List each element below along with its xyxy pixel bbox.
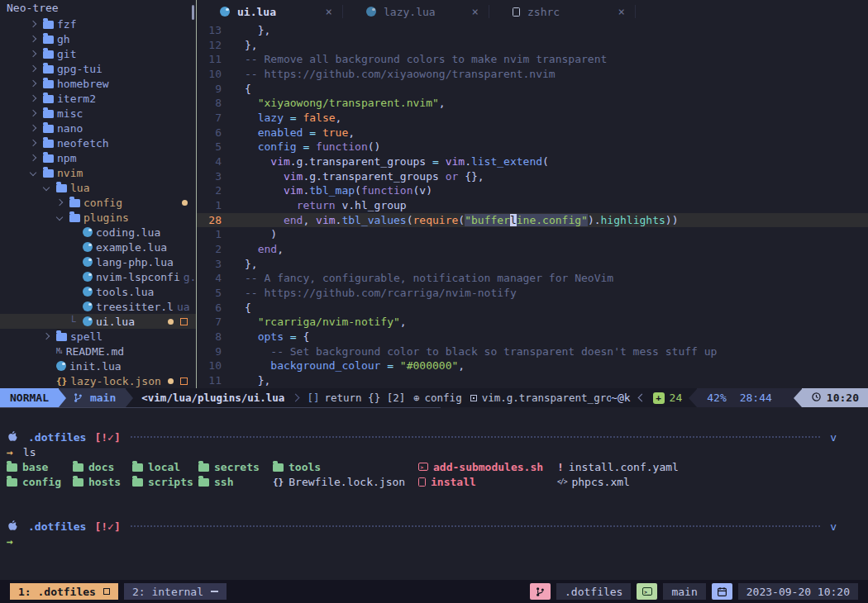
code-line[interactable]: 8 opts = { (197, 330, 868, 344)
code-line[interactable]: 10 background_colour = "#000000", (197, 358, 868, 373)
tab-lazy-lua[interactable]: lazy.lua × (343, 0, 489, 23)
tree-item-example-lua[interactable]: example.lua (0, 240, 196, 254)
code-line[interactable]: 2 end, (197, 242, 868, 257)
tree-item-label: spell (70, 330, 103, 343)
tree-item-lazy-lock-json[interactable]: lazy-lock.json (0, 373, 196, 388)
close-icon[interactable]: × (618, 5, 625, 18)
tree-item-nano[interactable]: nano (0, 121, 196, 135)
chevron-right-icon[interactable] (26, 140, 40, 145)
tree-item-label-truncated: ua (177, 301, 190, 313)
tree-item-misc[interactable]: misc (0, 106, 196, 121)
tree-item-spell[interactable]: spell (0, 329, 196, 344)
chevron-right-icon[interactable] (26, 36, 40, 41)
tab-zshrc[interactable]: zshrc × (489, 0, 635, 23)
git-added-count: 24 (670, 392, 683, 404)
code-line[interactable]: 2 vim.tbl_map(function(v) (197, 183, 868, 198)
tree-item-init-lua[interactable]: init.lua (0, 358, 196, 373)
code-line[interactable]: 9{ (197, 82, 868, 97)
code-line[interactable]: 11-- Remove all background colors to mak… (197, 52, 868, 67)
chevron-right-icon[interactable] (26, 96, 40, 101)
code-token (426, 155, 432, 168)
code-token: ine.config" (517, 214, 588, 226)
code-token: enabled (258, 126, 303, 139)
chevron-down-icon[interactable] (53, 215, 66, 220)
sidebar-scrollbar[interactable] (192, 5, 194, 20)
code-line[interactable]: 7 "rcarriga/nvim-notify", (197, 315, 868, 330)
code-line[interactable]: 4 vim.g.transparent_groups = vim.list_ex… (197, 154, 868, 169)
chevron-right-icon[interactable] (26, 81, 40, 86)
chevron-right-icon[interactable] (26, 111, 40, 116)
tree-item-npm[interactable]: npm (0, 150, 196, 165)
chevron-right-icon[interactable] (40, 334, 53, 339)
tree-item-git[interactable]: git (0, 46, 196, 61)
code-line[interactable]: 11 }, (197, 373, 868, 388)
ls-entry-secrets: secrets (198, 459, 260, 474)
file-icon (418, 477, 426, 487)
code-line[interactable]: 4-- A fancy, configurable, notification … (197, 271, 868, 286)
tree-item-nvim[interactable]: nvim (0, 165, 196, 180)
code-line[interactable]: 5-- https://github.com/rcarriga/nvim-not… (197, 286, 868, 301)
tree-item-tools-lua[interactable]: tools.lua (0, 284, 196, 299)
tree-item-label: treesitter.l (96, 301, 174, 313)
code-line[interactable]: 28 end, vim.tbl_values(require("bufferli… (197, 213, 868, 228)
folder-icon (273, 463, 284, 472)
chevron-down-icon[interactable] (40, 185, 53, 190)
tree-item-plugins[interactable]: plugins (0, 210, 196, 225)
chevron-right-icon[interactable] (26, 66, 40, 71)
chevron-down-icon[interactable] (26, 170, 40, 175)
code-token: true (322, 126, 348, 139)
code-text: vim.g.transparent_groups = vim.list_exte… (222, 154, 549, 169)
code-line[interactable]: 9 -- Set background color to black so tr… (197, 344, 868, 359)
tree-item-lang-php-lua[interactable]: lang-php.lua (0, 254, 196, 269)
shell-pane[interactable]: .dotfiles [!✓] v → ls basedocslocalsecre… (0, 408, 868, 580)
chevron-right-icon[interactable] (26, 155, 40, 160)
line-number: 3 (197, 257, 222, 272)
tree-item-coding-lua[interactable]: coding.lua (0, 225, 196, 240)
code-token: -- https://github.com/rcarriga/nvim-noti… (245, 287, 517, 299)
chevron-right-icon[interactable] (26, 51, 40, 56)
chevron-right-icon[interactable] (26, 21, 40, 26)
code-line[interactable]: 1 ) (197, 227, 868, 242)
code-line[interactable]: 7 lazy = false, (197, 111, 868, 126)
tree-item-gh[interactable]: gh (0, 31, 196, 46)
tmux-window-2[interactable]: 2: internal (124, 583, 227, 600)
code-line[interactable]: 12}, (197, 38, 868, 53)
code-line[interactable]: 3}, (197, 257, 868, 272)
command-line[interactable]: → (0, 534, 868, 548)
line-number: 6 (197, 126, 222, 140)
tree-item-config[interactable]: config (0, 195, 196, 210)
close-icon[interactable]: × (472, 5, 479, 18)
chevron-right-icon[interactable] (53, 200, 66, 205)
code-line[interactable]: 10-- https://github.com/xiyaowong/transp… (197, 67, 868, 82)
tree-item-readme-md[interactable]: README.md (0, 344, 196, 358)
tmux-window-1[interactable]: 1: .dotfiles (10, 583, 118, 600)
close-icon[interactable]: × (326, 5, 332, 18)
tree-item-lua[interactable]: lua (0, 180, 196, 195)
code-token: .g. (290, 155, 309, 168)
code-buffer[interactable]: 13 },12},11-- Remove all background colo… (197, 23, 868, 388)
tree-item-homebrew[interactable]: homebrew (0, 76, 196, 91)
tree-item-gpg-tui[interactable]: gpg-tui (0, 61, 196, 76)
ls-output-row: basedocslocalsecretstoolsadd-submodules.… (0, 459, 868, 474)
tree-item-neofetch[interactable]: neofetch (0, 135, 196, 150)
chevron-right-icon[interactable] (26, 126, 40, 131)
tree-item-treesitter-l[interactable]: treesitter.lua (0, 299, 196, 314)
code-token: function (316, 140, 368, 153)
tree-item-nvim-lspconfi[interactable]: nvim-lspconfig. (0, 269, 196, 284)
prompt-filler (131, 436, 820, 438)
tree-item-fzf[interactable]: fzf (0, 17, 196, 31)
code-token: -- Set background color to black so tran… (270, 345, 717, 358)
code-line[interactable]: 13 }, (197, 23, 868, 38)
tab-ui-lua[interactable]: ui.lua × (197, 0, 342, 23)
neo-tree-title: Neo-tree (0, 0, 196, 17)
tree-item-ui-lua[interactable]: └ui.lua (0, 314, 196, 329)
code-line[interactable]: 6 enabled = true, (197, 126, 868, 140)
terminal-screen: Neo-tree fzfghgitgpg-tuihomebrewiterm2mi… (0, 0, 868, 603)
code-line[interactable]: 8 "xiyaowong/transparent.nvim", (197, 96, 868, 111)
code-line[interactable]: 1 return v.hl_group (197, 198, 868, 213)
code-line[interactable]: 6{ (197, 301, 868, 316)
code-line[interactable]: 3 vim.g.transparent_groups or {}, (197, 169, 868, 184)
code-line[interactable]: 5 config = function() (197, 140, 868, 154)
tree-item-iterm2[interactable]: iterm2 (0, 91, 196, 106)
git-status: [!✓] (94, 431, 120, 444)
